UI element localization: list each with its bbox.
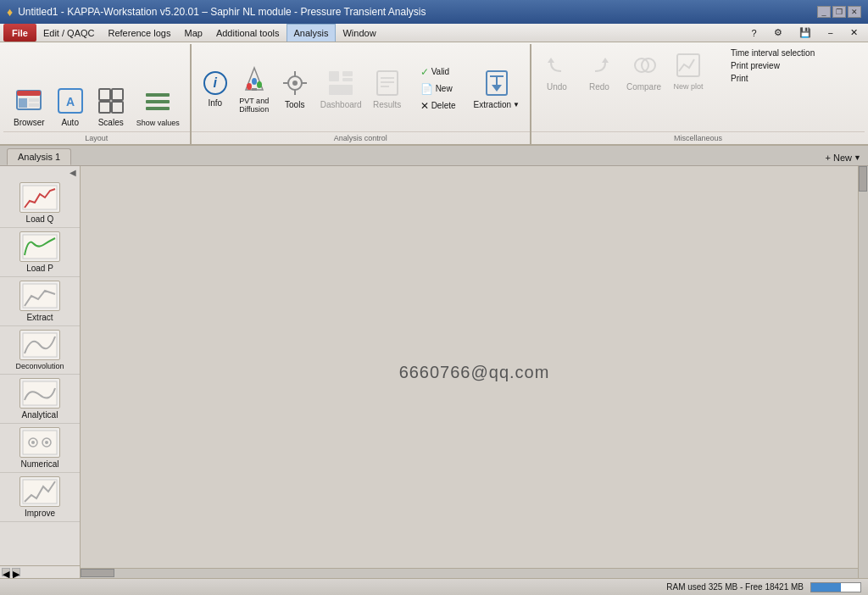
dashboard-label: Dashboard <box>320 100 362 109</box>
sidebar-item-load-q[interactable]: Load Q <box>0 179 80 228</box>
menu-map[interactable]: Map <box>177 24 209 42</box>
svg-point-49 <box>45 441 48 444</box>
redo-icon <box>584 50 615 81</box>
sidebar-pin-button[interactable]: ◀ <box>0 166 80 179</box>
compare-button[interactable]: Compare <box>623 47 665 94</box>
print-preview-button[interactable]: Print preview <box>728 60 817 71</box>
title-bar-left: ♦ Untitled1 - KAPPA-Workstation v5.20.01… <box>7 5 426 19</box>
load-q-label: Load Q <box>26 214 54 224</box>
svg-rect-11 <box>146 93 170 97</box>
status-bar: RAM used 325 MB - Free 18421 MB <box>0 578 868 595</box>
new-button[interactable]: 📄 New <box>417 81 459 97</box>
delete-button[interactable]: ✕ Delete <box>417 98 459 114</box>
svg-marker-35 <box>492 85 502 92</box>
sidebar-item-deconvolution[interactable]: Deconvolution <box>0 326 80 375</box>
save-button[interactable]: 💾 <box>793 25 818 40</box>
dashboard-button[interactable]: Dashboard <box>317 65 365 112</box>
show-values-label: Show values <box>136 119 180 127</box>
results-label: Results <box>373 100 401 109</box>
svg-rect-39 <box>677 54 699 76</box>
valid-new-delete-group: ✓ Valid 📄 New ✕ Delete <box>417 64 459 114</box>
undo-button[interactable]: Undo <box>538 47 576 94</box>
extract-label: Extract <box>26 313 53 322</box>
content-area: 6660766@qq.com <box>81 166 868 578</box>
scrollbar-thumb[interactable] <box>859 166 867 192</box>
compare-label: Compare <box>626 82 661 92</box>
svg-rect-7 <box>99 89 110 100</box>
scales-icon <box>96 86 126 116</box>
extraction-button[interactable]: Extraction ▼ <box>470 65 523 112</box>
misc-section: Undo Redo <box>531 44 865 144</box>
settings-button[interactable]: ⚙ <box>767 25 789 40</box>
sidebar-scroll-left[interactable]: ◀ <box>2 568 10 576</box>
tools-icon <box>280 68 310 98</box>
new-label: New <box>436 84 453 93</box>
info-button[interactable]: i Info <box>198 67 232 110</box>
scales-button[interactable]: Scales <box>92 83 130 130</box>
menu-additional-tools[interactable]: Additional tools <box>209 24 287 42</box>
close-ribbon-button[interactable]: ✕ <box>843 25 865 40</box>
pvt-button[interactable]: PVT and Diffusion <box>236 62 273 116</box>
analytical-icon <box>19 378 60 409</box>
title-bar-controls[interactable]: _ ❐ ✕ <box>817 6 861 18</box>
undo-icon <box>542 50 572 81</box>
new-tab-button[interactable]: + New ▼ <box>826 153 861 163</box>
deconvolution-label: Deconvolution <box>15 362 64 370</box>
svg-rect-28 <box>329 85 353 95</box>
horizontal-scrollbar-thumb[interactable] <box>81 569 114 577</box>
layout-label: Layout <box>3 131 190 144</box>
results-button[interactable]: Results <box>369 65 406 112</box>
print-button[interactable]: Print <box>728 73 817 84</box>
svg-point-47 <box>31 441 35 444</box>
layout-body: Browser A Auto <box>3 44 190 131</box>
progress-fill <box>811 583 860 592</box>
load-p-icon <box>19 231 60 262</box>
svg-rect-2 <box>19 98 27 108</box>
show-values-button[interactable]: Show values <box>133 84 183 130</box>
help-button[interactable]: ? <box>744 26 763 40</box>
menu-edit-qaqc[interactable]: Edit / QAQC <box>36 24 102 42</box>
restore-button[interactable]: ❐ <box>832 6 846 18</box>
menu-file[interactable]: File <box>3 24 36 42</box>
svg-point-15 <box>247 83 252 90</box>
svg-rect-29 <box>377 71 398 95</box>
vertical-scrollbar[interactable] <box>858 166 868 578</box>
valid-label: Valid <box>431 67 450 76</box>
browser-button[interactable]: Browser <box>10 83 48 130</box>
svg-rect-4 <box>29 103 39 107</box>
auto-button[interactable]: A Auto <box>52 83 89 130</box>
redo-button[interactable]: Redo <box>581 47 618 94</box>
misc-actions: Time interval selection Print preview Pr… <box>728 47 817 84</box>
new-plot-button[interactable]: New plot <box>670 47 707 93</box>
sidebar-item-analytical[interactable]: Analytical <box>0 375 80 424</box>
svg-rect-40 <box>23 186 57 209</box>
analytical-label: Analytical <box>22 410 58 420</box>
analysis-section: i Info PVT and Diffusion <box>192 44 531 144</box>
ribbon: Browser A Auto <box>0 42 868 146</box>
menu-reference-logs[interactable]: Reference logs <box>101 24 177 42</box>
menu-window[interactable]: Window <box>336 24 382 42</box>
ram-status: RAM used 325 MB - Free 18421 MB <box>666 582 804 592</box>
time-interval-button[interactable]: Time interval selection <box>728 47 817 58</box>
sidebar-item-load-p[interactable]: Load P <box>0 228 80 277</box>
svg-rect-18 <box>252 88 257 91</box>
horizontal-scrollbar[interactable] <box>81 568 858 578</box>
window-title: Untitled1 - KAPPA-Workstation v5.20.01 –… <box>18 6 426 18</box>
new-tab-label: + New <box>826 153 853 163</box>
status-progress-bar <box>810 582 861 592</box>
sidebar-item-numerical[interactable]: Numerical <box>0 424 80 473</box>
svg-rect-27 <box>342 78 353 81</box>
minimize-ribbon-button[interactable]: − <box>821 26 840 40</box>
analysis-control-label: Analysis control <box>192 131 530 144</box>
browser-label: Browser <box>14 118 45 127</box>
menu-analysis[interactable]: Analysis <box>287 24 337 42</box>
sidebar-item-extract[interactable]: Extract <box>0 277 80 326</box>
minimize-button[interactable]: _ <box>817 6 831 18</box>
valid-button[interactable]: ✓ Valid <box>417 64 459 80</box>
tab-analysis-1[interactable]: Analysis 1 <box>7 148 71 165</box>
main-area: ◀ Load Q Load P <box>0 166 868 578</box>
close-button[interactable]: ✕ <box>848 6 861 18</box>
sidebar-scroll-right[interactable]: ▶ <box>12 568 20 576</box>
tools-button[interactable]: Tools <box>276 65 314 112</box>
sidebar-item-improve[interactable]: Improve <box>0 473 80 522</box>
